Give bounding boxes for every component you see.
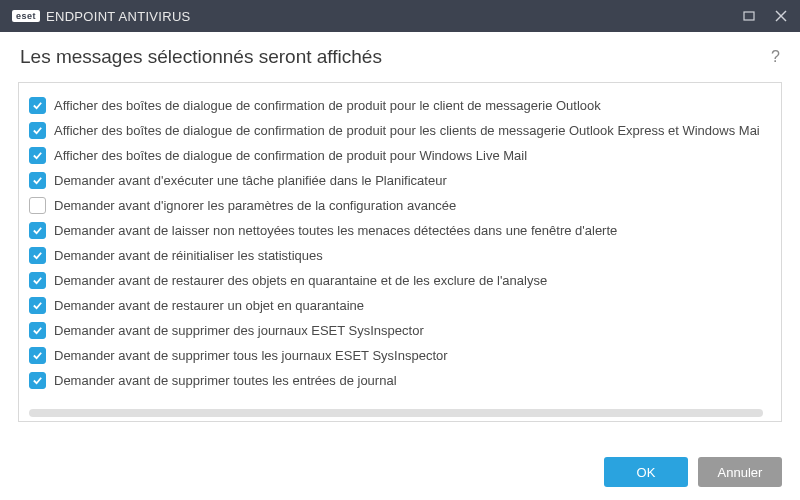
- help-button[interactable]: ?: [771, 48, 780, 66]
- brand-text: ENDPOINT ANTIVIRUS: [46, 9, 191, 24]
- list-item-label: Afficher des boîtes de dialogue de confi…: [54, 98, 601, 113]
- list-item[interactable]: Demander avant d'exécuter une tâche plan…: [29, 168, 775, 193]
- check-icon: [32, 375, 43, 386]
- checkbox[interactable]: [29, 297, 46, 314]
- horizontal-scrollbar[interactable]: [29, 409, 763, 417]
- checkbox[interactable]: [29, 172, 46, 189]
- list-item[interactable]: Demander avant d'ignorer les paramètres …: [29, 193, 775, 218]
- checkbox[interactable]: [29, 347, 46, 364]
- page-title: Les messages sélectionnés seront affiché…: [20, 46, 382, 68]
- list-item-label: Demander avant de restaurer des objets e…: [54, 273, 547, 288]
- list-item[interactable]: Demander avant de réinitialiser les stat…: [29, 243, 775, 268]
- check-icon: [32, 250, 43, 261]
- checkbox[interactable]: [29, 197, 46, 214]
- check-icon: [32, 175, 43, 186]
- minimize-icon: [743, 10, 755, 22]
- window-controls: [742, 9, 788, 23]
- list-item[interactable]: Afficher des boîtes de dialogue de confi…: [29, 118, 775, 143]
- list-item[interactable]: Demander avant de supprimer tous les jou…: [29, 343, 775, 368]
- ok-button[interactable]: OK: [604, 457, 688, 487]
- list-item-label: Demander avant de supprimer des journaux…: [54, 323, 424, 338]
- check-icon: [32, 350, 43, 361]
- check-icon: [32, 325, 43, 336]
- check-icon: [32, 125, 43, 136]
- checkbox[interactable]: [29, 122, 46, 139]
- list-item[interactable]: Afficher des boîtes de dialogue de confi…: [29, 93, 775, 118]
- titlebar: eset ENDPOINT ANTIVIRUS: [0, 0, 800, 32]
- brand: eset ENDPOINT ANTIVIRUS: [12, 9, 191, 24]
- checkbox[interactable]: [29, 322, 46, 339]
- check-icon: [32, 275, 43, 286]
- list-item-label: Demander avant de restaurer un objet en …: [54, 298, 364, 313]
- check-icon: [32, 150, 43, 161]
- close-button[interactable]: [774, 9, 788, 23]
- checkbox[interactable]: [29, 247, 46, 264]
- list-item-label: Demander avant de laisser non nettoyées …: [54, 223, 617, 238]
- list-item[interactable]: Demander avant de supprimer des journaux…: [29, 318, 775, 343]
- checkbox[interactable]: [29, 372, 46, 389]
- list-item[interactable]: Demander avant de restaurer un objet en …: [29, 293, 775, 318]
- close-icon: [775, 10, 787, 22]
- list-item[interactable]: Afficher des boîtes de dialogue de confi…: [29, 143, 775, 168]
- cancel-button[interactable]: Annuler: [698, 457, 782, 487]
- list-item-label: Demander avant de supprimer toutes les e…: [54, 373, 397, 388]
- checkbox[interactable]: [29, 147, 46, 164]
- list-item-label: Afficher des boîtes de dialogue de confi…: [54, 123, 760, 138]
- checkbox[interactable]: [29, 222, 46, 239]
- check-icon: [32, 100, 43, 111]
- list-item-label: Demander avant d'ignorer les paramètres …: [54, 198, 456, 213]
- check-icon: [32, 300, 43, 311]
- message-list-container: Afficher des boîtes de dialogue de confi…: [18, 82, 782, 422]
- list-item-label: Afficher des boîtes de dialogue de confi…: [54, 148, 527, 163]
- dialog-footer: OK Annuler: [0, 444, 800, 500]
- brand-badge: eset: [12, 10, 40, 22]
- checkbox[interactable]: [29, 97, 46, 114]
- checkbox[interactable]: [29, 272, 46, 289]
- list-item[interactable]: Demander avant de laisser non nettoyées …: [29, 218, 775, 243]
- svg-rect-0: [744, 12, 754, 20]
- message-list[interactable]: Afficher des boîtes de dialogue de confi…: [19, 83, 781, 421]
- list-item[interactable]: Demander avant de supprimer toutes les e…: [29, 368, 775, 393]
- minimize-button[interactable]: [742, 9, 756, 23]
- list-item-label: Demander avant de réinitialiser les stat…: [54, 248, 323, 263]
- list-item-label: Demander avant de supprimer tous les jou…: [54, 348, 448, 363]
- list-item-label: Demander avant d'exécuter une tâche plan…: [54, 173, 447, 188]
- check-icon: [32, 225, 43, 236]
- list-item[interactable]: Demander avant de restaurer des objets e…: [29, 268, 775, 293]
- dialog-header: Les messages sélectionnés seront affiché…: [0, 32, 800, 78]
